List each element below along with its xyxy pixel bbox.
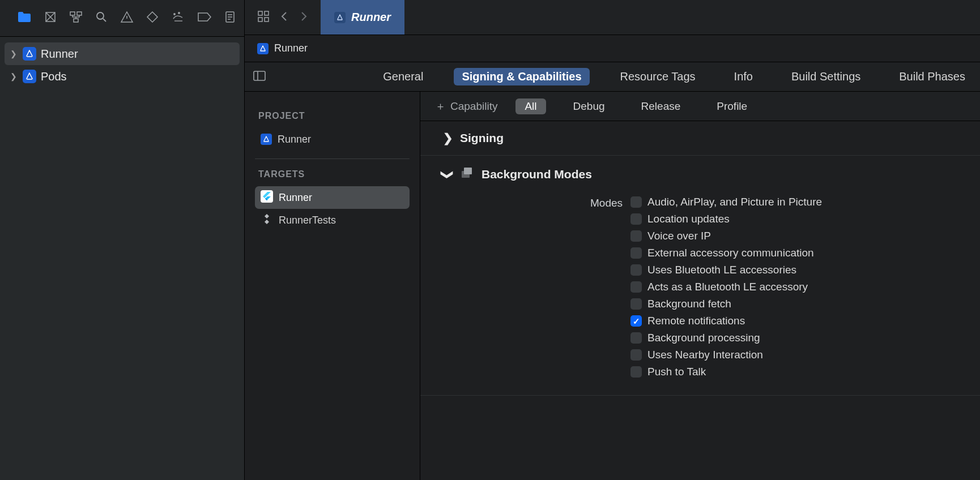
mode-label: Audio, AirPlay, and Picture in Picture — [647, 196, 822, 208]
debug-icon[interactable] — [171, 11, 185, 25]
separator — [255, 158, 410, 159]
breadcrumb-label: Runner — [274, 42, 308, 54]
editor-area: Runner Runner General Signing & Capabili… — [245, 0, 980, 480]
tab-resource-tags[interactable]: Resource Tags — [612, 68, 704, 85]
mode-item[interactable]: External accessory communication — [630, 247, 822, 259]
source-control-icon[interactable] — [44, 11, 57, 25]
target-label: Runner — [279, 192, 312, 204]
jump-bar[interactable]: Runner — [245, 35, 980, 62]
checkbox[interactable] — [630, 298, 642, 310]
add-capability-label: Capability — [450, 100, 497, 113]
mode-item[interactable]: Background fetch — [630, 298, 822, 310]
svg-rect-2 — [77, 12, 82, 15]
back-button[interactable] — [280, 10, 289, 25]
tests-icon[interactable] — [146, 11, 159, 25]
mode-label: Acts as a Bluetooth LE accessory — [647, 281, 808, 293]
checkbox[interactable] — [630, 264, 642, 276]
mode-item[interactable]: Uses Nearby Interaction — [630, 349, 822, 361]
filter-profile[interactable]: Profile — [708, 98, 756, 114]
project-editor-tabs: General Signing & Capabilities Resource … — [245, 62, 980, 92]
mode-item[interactable]: Background processing — [630, 332, 822, 344]
tab-general[interactable]: General — [375, 68, 431, 85]
section-background-modes: ❯ Background Modes Modes Audio, AirPlay,… — [420, 156, 980, 396]
checkbox[interactable] — [630, 366, 642, 378]
app-icon — [23, 47, 36, 61]
flutter-icon — [261, 190, 273, 205]
filter-all[interactable]: All — [515, 98, 546, 114]
mode-label: Location updates — [647, 213, 730, 225]
chevron-right-icon: ❯ — [443, 131, 452, 145]
mode-item[interactable]: Acts as a Bluetooth LE accessory — [630, 281, 822, 293]
checkbox[interactable] — [630, 349, 642, 361]
mode-label: Remote notifications — [647, 315, 745, 327]
mode-item[interactable]: Uses Bluetooth LE accessories — [630, 264, 822, 276]
section-header-signing[interactable]: ❯ Signing — [443, 131, 957, 145]
editor-tab-runner[interactable]: Runner — [321, 0, 404, 35]
target-row-runnertests[interactable]: RunnerTests — [255, 209, 410, 232]
mode-item[interactable]: Voice over IP — [630, 230, 822, 242]
svg-rect-9 — [23, 70, 36, 83]
svg-rect-12 — [258, 18, 262, 22]
filter-release[interactable]: Release — [632, 98, 690, 114]
navigator-tree: ❯ Runner ❯ Pods — [0, 37, 244, 93]
filter-debug[interactable]: Debug — [564, 98, 614, 114]
project-row-runner[interactable]: Runner — [255, 128, 410, 151]
target-row-runner[interactable]: Runner — [255, 186, 410, 209]
chevron-right-icon[interactable]: ❯ — [10, 72, 18, 81]
add-capability-button[interactable]: ＋ Capability — [435, 99, 497, 114]
app-icon — [257, 43, 269, 54]
svg-rect-14 — [334, 12, 346, 23]
chevron-down-icon: ❯ — [441, 170, 454, 179]
svg-rect-18 — [261, 190, 273, 203]
navigator-item-label: Pods — [41, 70, 67, 83]
symbol-icon[interactable] — [69, 11, 83, 25]
mode-label: Background fetch — [647, 298, 731, 310]
section-title: Background Modes — [482, 168, 592, 181]
svg-rect-15 — [257, 43, 269, 54]
project-label: Runner — [278, 134, 311, 145]
checkbox[interactable] — [630, 281, 642, 293]
navigator-item-pods[interactable]: ❯ Pods — [5, 65, 240, 88]
checkbox[interactable] — [630, 213, 642, 225]
checkbox[interactable] — [630, 196, 642, 208]
capabilities-toolbar: ＋ Capability All Debug Release Profile — [420, 92, 980, 121]
tab-build-settings[interactable]: Build Settings — [783, 68, 868, 85]
section-signing: ❯ Signing — [420, 121, 980, 156]
folder-icon[interactable] — [17, 11, 32, 25]
tab-signing-capabilities[interactable]: Signing & Capabilities — [454, 68, 589, 85]
svg-rect-1 — [70, 12, 75, 15]
breakpoint-icon[interactable] — [197, 12, 212, 24]
navigator-item-runner[interactable]: ❯ Runner — [5, 42, 240, 65]
search-icon[interactable] — [95, 11, 108, 25]
related-items-icon[interactable] — [257, 10, 270, 25]
mode-label: Background processing — [647, 332, 760, 344]
tab-info[interactable]: Info — [726, 68, 761, 85]
issues-icon[interactable] — [120, 11, 134, 25]
mode-item[interactable]: Remote notifications — [630, 315, 822, 327]
app-icon — [334, 12, 346, 23]
forward-button[interactable] — [299, 10, 308, 25]
checkbox[interactable] — [630, 315, 642, 327]
mode-item[interactable]: Audio, AirPlay, and Picture in Picture — [630, 196, 822, 208]
svg-rect-8 — [23, 47, 36, 61]
tabbar-controls — [245, 0, 321, 35]
checkbox[interactable] — [630, 230, 642, 242]
checkbox[interactable] — [630, 332, 642, 344]
checkbox[interactable] — [630, 247, 642, 259]
project-navigator: ❯ Runner ❯ Pods — [0, 0, 245, 480]
report-icon[interactable] — [224, 11, 236, 25]
mode-label: Push to Talk — [647, 366, 706, 378]
chevron-right-icon[interactable]: ❯ — [10, 49, 18, 58]
mode-item[interactable]: Location updates — [630, 213, 822, 225]
project-heading: PROJECT — [258, 111, 406, 121]
mode-item[interactable]: Push to Talk — [630, 366, 822, 378]
navigator-item-label: Runner — [41, 48, 78, 61]
tab-build-phases[interactable]: Build Phases — [891, 68, 973, 85]
toggle-targets-pane-icon[interactable] — [252, 70, 266, 84]
svg-rect-11 — [265, 11, 269, 15]
section-header-background-modes[interactable]: ❯ Background Modes — [443, 166, 957, 182]
app-icon — [261, 134, 272, 145]
section-title: Signing — [460, 131, 504, 145]
modes-label: Modes — [590, 196, 623, 378]
background-modes-icon — [460, 166, 474, 182]
